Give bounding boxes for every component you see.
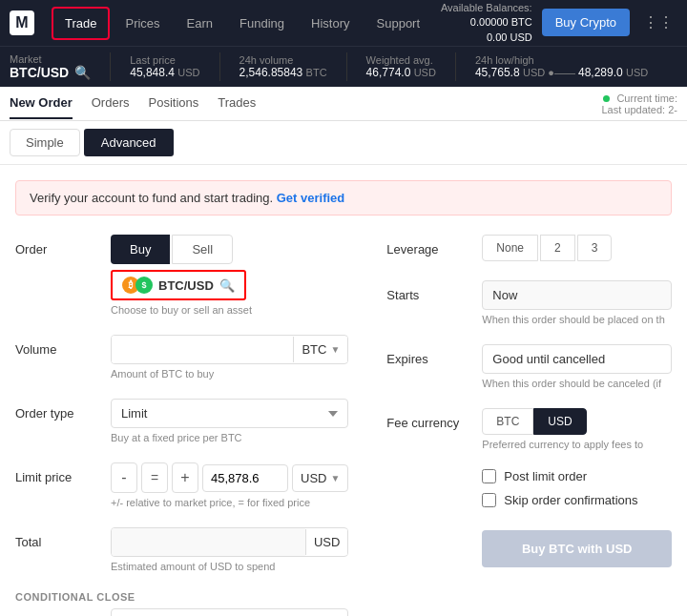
subnav-new-order[interactable]: New Order [10, 88, 73, 119]
expires-label: Expires [386, 344, 472, 366]
conditional-close-label: CONDITIONAL CLOSE [15, 591, 348, 603]
current-time: Current time: Last updated: 2- [601, 92, 677, 115]
advanced-tab[interactable]: Advanced [84, 129, 174, 156]
order-type-label: Order type [15, 399, 101, 421]
leverage-buttons: None 2 3 [482, 235, 672, 261]
fee-btc-button[interactable]: BTC [482, 408, 533, 435]
get-verified-link[interactable]: Get verified [277, 191, 345, 205]
verify-banner: Verify your account to fund and start tr… [15, 180, 672, 216]
last-price-stat: Last price 45,848.4 USD [130, 54, 199, 79]
volume-currency[interactable]: BTC ▼ [293, 337, 347, 362]
subnav-orders[interactable]: Orders [92, 88, 130, 119]
nav-item-support[interactable]: Support [365, 9, 432, 38]
leverage-3-button[interactable]: 3 [577, 235, 613, 261]
limit-price-input[interactable] [202, 464, 288, 492]
weighted-avg-stat: Weighted avg. 46,774.0 USD [366, 54, 436, 79]
leverage-2-button[interactable]: 2 [540, 235, 575, 261]
conditional-order-type-row: Order type None [15, 608, 348, 616]
current-time-dot [603, 95, 610, 102]
limit-price-eq-button[interactable]: = [141, 462, 168, 493]
conditional-order-type-select[interactable]: None [111, 608, 348, 616]
divider [110, 52, 111, 81]
leverage-none-button[interactable]: None [482, 235, 538, 261]
volume-input[interactable] [112, 336, 293, 363]
fee-usd-button[interactable]: USD [533, 408, 586, 435]
mode-tabs: Simple Advanced [0, 121, 687, 165]
skip-confirmations-label[interactable]: Skip order confirmations [504, 493, 637, 507]
starts-value: Now [482, 280, 672, 310]
sell-button[interactable]: Sell [172, 235, 233, 264]
subnav-trades[interactable]: Trades [218, 88, 256, 119]
market-bar: Market BTC/USD 🔍 Last price 45,848.4 USD… [0, 46, 687, 87]
nav-item-history[interactable]: History [300, 9, 361, 38]
nav-item-earn[interactable]: Earn [176, 9, 224, 38]
top-navigation: M Trade Prices Earn Funding History Supp… [0, 0, 687, 46]
order-type-hint: Buy at a fixed price per BTC [111, 432, 348, 443]
order-controls: Buy Sell ₿ $ BTC/USD 🔍 [111, 235, 348, 316]
order-type-select[interactable]: Limit [111, 399, 348, 428]
order-hint: Choose to buy or sell an asset [111, 304, 348, 316]
volume-hint: Amount of BTC to buy [111, 368, 348, 380]
post-limit-checkbox[interactable] [482, 469, 496, 483]
nav-right: Available Balances: 0.00000 BTC 0.00 USD… [441, 1, 677, 45]
expires-row: Expires Good until cancelled When this o… [386, 344, 672, 389]
simple-tab[interactable]: Simple [10, 129, 80, 156]
divider [346, 52, 347, 81]
left-column: Order Buy Sell ₿ [15, 235, 348, 616]
buy-submit-button[interactable]: Buy BTC with USD [482, 530, 672, 567]
nav-item-trade[interactable]: Trade [52, 7, 110, 40]
asset-icons: ₿ $ [122, 277, 153, 294]
fee-currency-control: BTC USD Preferred currency to apply fees… [482, 408, 672, 450]
subnav-positions[interactable]: Positions [148, 88, 198, 119]
total-input[interactable] [112, 528, 305, 556]
fee-currency-buttons: BTC USD [482, 408, 672, 435]
asset-name: BTC/USD [158, 278, 214, 293]
starts-label: Starts [386, 280, 472, 302]
buy-submit-section: Buy BTC with USD [386, 521, 672, 567]
market-pair-section: Market BTC/USD 🔍 [10, 53, 91, 80]
limit-price-plus-button[interactable]: + [172, 462, 198, 493]
low-high-stat: 24h low/high 45,765.8 USD ●—— 48,289.0 U… [475, 54, 648, 79]
expires-hint: When this order should be canceled (if [482, 378, 672, 389]
order-label: Order [15, 235, 101, 257]
total-input-wrap: USD [111, 527, 348, 557]
limit-price-label: Limit price [15, 462, 101, 484]
market-search-icon[interactable]: 🔍 [74, 65, 91, 80]
usd-icon: $ [135, 277, 153, 294]
leverage-row: Leverage None 2 3 [386, 235, 672, 261]
sub-nav-items: New Order Orders Positions Trades [10, 88, 256, 119]
post-limit-label[interactable]: Post limit order [504, 469, 587, 483]
order-type-control: Limit Buy at a fixed price per BTC [111, 399, 348, 443]
main-content: Verify your account to fund and start tr… [0, 165, 687, 616]
conditional-order-type-control: None [111, 608, 348, 616]
divider [455, 52, 456, 81]
limit-price-wrap: - = + USD ▼ [111, 462, 348, 493]
order-row: Order Buy Sell ₿ [15, 235, 348, 316]
leverage-control: None 2 3 [482, 235, 672, 261]
volume-label: Volume [15, 335, 101, 357]
skip-confirmations-checkbox[interactable] [482, 493, 496, 507]
buy-button[interactable]: Buy [111, 235, 170, 264]
nav-item-prices[interactable]: Prices [114, 9, 171, 38]
post-limit-row: Post limit order [482, 469, 672, 483]
limit-currency-arrow: ▼ [330, 473, 340, 483]
logo: M [10, 10, 42, 35]
asset-selector[interactable]: ₿ $ BTC/USD 🔍 [111, 270, 246, 300]
starts-row: Starts Now When this order should be pla… [386, 280, 672, 325]
nav-item-funding[interactable]: Funding [228, 9, 296, 38]
checkboxes-section: Post limit order Skip order confirmation… [386, 469, 672, 507]
limit-price-row: Limit price - = + US [15, 462, 348, 508]
more-options-icon[interactable]: ⋮⋮ [639, 10, 677, 35]
starts-hint: When this order should be placed on th [482, 314, 672, 325]
volume-control: BTC ▼ Amount of BTC to buy [111, 335, 348, 380]
leverage-label: Leverage [386, 235, 472, 257]
limit-price-minus-button[interactable]: - [111, 462, 137, 493]
right-column: Leverage None 2 3 [386, 235, 672, 616]
skip-confirmations-row: Skip order confirmations [482, 493, 672, 507]
expires-control: Good until cancelled When this order sho… [482, 344, 672, 389]
limit-price-currency[interactable]: USD ▼ [292, 464, 348, 492]
buy-crypto-button[interactable]: Buy Crypto [542, 9, 630, 36]
order-form: Order Buy Sell ₿ [15, 235, 672, 616]
sub-navigation: New Order Orders Positions Trades Curren… [0, 87, 687, 121]
market-label: Market [10, 53, 91, 65]
